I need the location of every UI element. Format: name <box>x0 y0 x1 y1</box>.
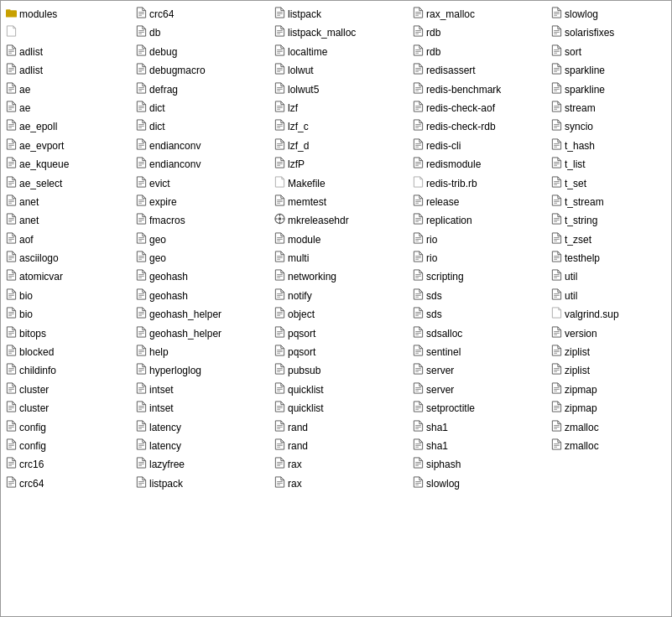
list-item[interactable]: bio <box>4 306 134 324</box>
list-item[interactable]: rax <box>273 456 411 474</box>
list-item[interactable]: sds <box>411 288 550 305</box>
list-item[interactable]: expire <box>134 194 273 211</box>
list-item[interactable]: rio <box>411 250 550 267</box>
list-item[interactable]: zmalloc <box>550 419 671 437</box>
list-item[interactable]: slowlog <box>411 475 550 493</box>
list-item[interactable]: dict <box>134 100 273 117</box>
list-item[interactable]: crc64 <box>4 475 134 493</box>
list-item[interactable]: valgrind.sup <box>550 306 671 324</box>
list-item[interactable]: sentinel <box>411 344 550 361</box>
list-item[interactable]: help <box>134 344 273 361</box>
list-item[interactable]: sparkline <box>550 62 671 80</box>
list-item[interactable]: endianconv <box>134 156 273 174</box>
list-item[interactable]: adlist <box>4 44 134 61</box>
list-item[interactable]: defrag <box>134 81 273 99</box>
list-item[interactable]: aof <box>4 231 134 249</box>
list-item[interactable]: cluster <box>4 381 134 399</box>
list-item[interactable]: ae <box>4 81 134 99</box>
list-item[interactable]: redis-check-rdb <box>411 118 550 136</box>
list-item[interactable]: endianconv <box>134 137 273 155</box>
list-item[interactable]: adlist <box>4 62 134 80</box>
list-item[interactable]: intset <box>134 400 273 417</box>
list-item[interactable]: t_string <box>550 212 671 230</box>
list-item[interactable]: t_hash <box>550 137 671 155</box>
list-item[interactable]: pqsort <box>273 325 411 343</box>
list-item[interactable]: config <box>4 438 134 455</box>
list-item[interactable]: intset <box>134 381 273 399</box>
list-item[interactable]: quicklist <box>273 400 411 417</box>
list-item[interactable]: pubsub <box>273 362 411 380</box>
list-item[interactable]: redisassert <box>411 62 550 80</box>
list-item[interactable]: server <box>411 362 550 380</box>
list-item[interactable]: listpack <box>134 475 273 493</box>
list-item[interactable]: pqsort <box>273 344 411 361</box>
list-item[interactable]: latency <box>134 419 273 437</box>
list-item[interactable]: zipmap <box>550 400 671 417</box>
list-item[interactable]: zipmap <box>550 381 671 399</box>
list-item[interactable]: lazyfree <box>134 456 273 474</box>
list-item[interactable]: module <box>273 231 411 249</box>
list-item[interactable]: version <box>550 325 671 343</box>
list-item[interactable]: lzf_c <box>273 118 411 136</box>
list-item[interactable]: sha1 <box>411 419 550 437</box>
list-item[interactable]: server <box>411 381 550 399</box>
list-item[interactable]: debugmacro <box>134 62 273 80</box>
list-item[interactable]: util <box>550 268 671 286</box>
list-item[interactable]: ziplist <box>550 344 671 361</box>
list-item[interactable]: cluster <box>4 400 134 417</box>
list-item[interactable]: config <box>4 419 134 437</box>
list-item[interactable]: debug <box>134 44 273 61</box>
list-item[interactable]: evict <box>134 175 273 193</box>
list-item[interactable]: bitops <box>4 325 134 343</box>
list-item[interactable]: lzf <box>273 100 411 117</box>
list-item[interactable]: listpack_malloc <box>273 24 411 42</box>
list-item[interactable] <box>4 24 134 42</box>
list-item[interactable]: anet <box>4 212 134 230</box>
list-item[interactable]: sdsalloc <box>411 325 550 343</box>
list-item[interactable]: Makefile <box>273 175 411 193</box>
list-item[interactable]: t_list <box>550 156 671 174</box>
list-item[interactable]: listpack <box>273 6 411 23</box>
list-item[interactable]: rdb <box>411 44 550 61</box>
list-item[interactable]: sha1 <box>411 438 550 455</box>
list-item[interactable]: t_stream <box>550 194 671 211</box>
list-item[interactable]: rand <box>273 419 411 437</box>
list-item[interactable]: redis-check-aof <box>411 100 550 117</box>
list-item[interactable]: slowlog <box>550 6 671 23</box>
list-item[interactable]: object <box>273 306 411 324</box>
list-item[interactable]: scripting <box>411 268 550 286</box>
list-item[interactable]: ae_evport <box>4 137 134 155</box>
list-item[interactable]: geo <box>134 231 273 249</box>
list-item[interactable]: quicklist <box>273 381 411 399</box>
list-item[interactable]: rdb <box>411 24 550 42</box>
list-item[interactable]: dict <box>134 118 273 136</box>
list-item[interactable]: blocked <box>4 344 134 361</box>
list-item[interactable]: rio <box>411 231 550 249</box>
list-item[interactable]: lolwut5 <box>273 81 411 99</box>
list-item[interactable]: lzf_d <box>273 137 411 155</box>
list-item[interactable]: networking <box>273 268 411 286</box>
list-item[interactable]: lolwut <box>273 62 411 80</box>
list-item[interactable]: crc64 <box>134 6 273 23</box>
list-item[interactable]: ae_epoll <box>4 118 134 136</box>
list-item[interactable]: replication <box>411 212 550 230</box>
list-item[interactable]: setproctitle <box>411 400 550 417</box>
list-item[interactable]: redis-benchmark <box>411 81 550 99</box>
list-item[interactable]: localtime <box>273 44 411 61</box>
list-item[interactable]: modules <box>4 6 134 23</box>
list-item[interactable]: latency <box>134 438 273 455</box>
list-item[interactable]: sort <box>550 44 671 61</box>
list-item[interactable]: redismodule <box>411 156 550 174</box>
list-item[interactable]: testhelp <box>550 250 671 267</box>
list-item[interactable]: atomicvar <box>4 268 134 286</box>
list-item[interactable]: db <box>134 24 273 42</box>
list-item[interactable]: geohash <box>134 288 273 305</box>
list-item[interactable]: asciilogo <box>4 250 134 267</box>
list-item[interactable]: solarisfixes <box>550 24 671 42</box>
list-item[interactable]: lzfP <box>273 156 411 174</box>
list-item[interactable]: anet <box>4 194 134 211</box>
list-item[interactable]: rand <box>273 438 411 455</box>
list-item[interactable]: ziplist <box>550 362 671 380</box>
list-item[interactable]: memtest <box>273 194 411 211</box>
list-item[interactable]: geohash_helper <box>134 306 273 324</box>
